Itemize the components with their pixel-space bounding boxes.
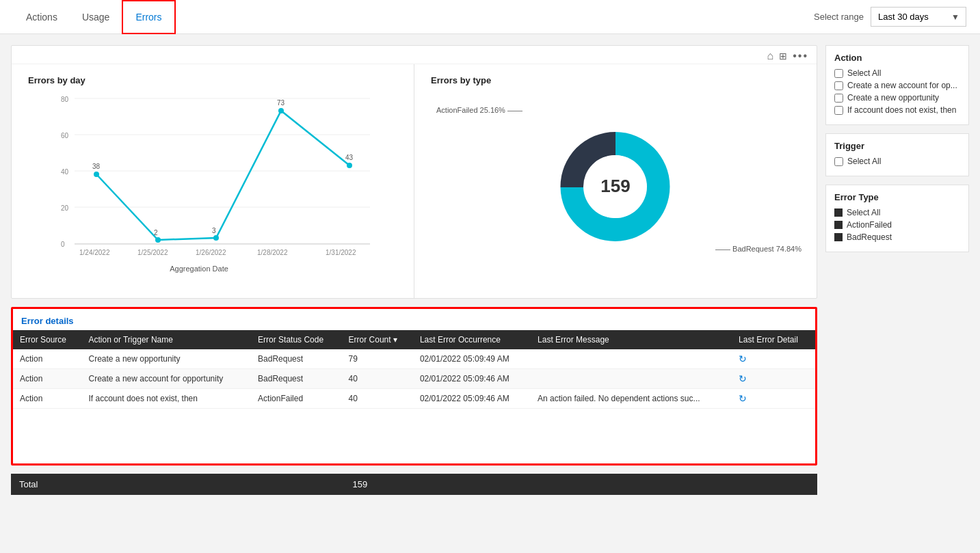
svg-text:1/25/2022: 1/25/2022	[137, 249, 168, 256]
cell-source: Action	[13, 369, 82, 389]
error-details-card: Error details Error Source Action or Tri…	[11, 307, 817, 466]
line-chart-area: 80 60 40 20 0	[20, 85, 406, 287]
svg-text:1/24/2022: 1/24/2022	[79, 249, 110, 256]
cell-count: 40	[342, 369, 413, 389]
main-area: ⌂ ⊞ ••• Errors by day 80 60 40 20	[0, 34, 980, 506]
cell-status: BadRequest	[251, 349, 342, 369]
trigger-select-all-checkbox[interactable]	[834, 157, 843, 166]
svg-text:40: 40	[61, 168, 69, 176]
content-area: ⌂ ⊞ ••• Errors by day 80 60 40 20	[11, 45, 817, 495]
col-status-code: Error Status Code	[251, 330, 342, 349]
svg-text:43: 43	[345, 154, 354, 161]
action-panel: Action Select All Create a new account f…	[825, 45, 969, 125]
error-type-title: Error Type	[834, 192, 960, 202]
cell-occurrence: 02/01/2022 05:09:46 AM	[413, 389, 531, 409]
svg-text:1/26/2022: 1/26/2022	[196, 249, 226, 256]
donut-chart-svg: 159	[540, 111, 691, 262]
cell-detail[interactable]: ↻	[732, 369, 815, 389]
action-panel-title: Action	[834, 53, 960, 63]
sidebar: Action Select All Create a new account f…	[825, 45, 969, 495]
cell-message	[531, 369, 732, 389]
action-if-account-label[interactable]: If account does not exist, then	[847, 105, 956, 115]
cell-name: Create a new opportunity	[82, 349, 252, 369]
error-details-title: Error details	[13, 309, 815, 330]
col-last-detail: Last Error Detail	[732, 330, 815, 349]
trigger-panel: Trigger Select All	[825, 133, 969, 176]
error-type-actionfailed: ActionFailed	[834, 220, 960, 230]
action-create-account-label[interactable]: Create a new account for op...	[847, 81, 957, 90]
cell-name: Create a new account for opportunity	[82, 369, 252, 389]
cell-occurrence: 02/01/2022 05:09:46 AM	[413, 369, 531, 389]
error-type-badrequest-label[interactable]: BadRequest	[847, 232, 892, 242]
cell-source: Action	[13, 349, 82, 369]
nav-usage[interactable]: Usage	[70, 0, 122, 34]
error-type-select-all-box	[834, 208, 843, 217]
cell-count: 79	[342, 349, 413, 369]
cell-detail[interactable]: ↻	[732, 389, 815, 409]
total-row: Total 159	[11, 474, 817, 495]
action-if-account-checkbox[interactable]	[834, 106, 843, 115]
action-select-all-checkbox[interactable]	[834, 69, 843, 78]
svg-text:Aggregation Date: Aggregation Date	[170, 265, 228, 273]
cell-detail[interactable]: ↻	[732, 349, 815, 369]
errors-by-type-title: Errors by type	[423, 70, 808, 85]
error-type-badrequest-box	[834, 233, 843, 241]
action-create-opportunity-checkbox[interactable]	[834, 94, 843, 103]
error-type-actionfailed-label[interactable]: ActionFailed	[847, 220, 892, 230]
svg-text:1/31/2022: 1/31/2022	[326, 249, 356, 256]
nav-actions[interactable]: Actions	[14, 0, 70, 34]
badrequest-legend: —— BadRequest 74.84%	[715, 245, 802, 253]
filter-icon[interactable]: ⌂	[767, 50, 774, 62]
action-create-opportunity-label[interactable]: Create a new opportunity	[847, 93, 939, 103]
line-chart-svg: 80 60 40 20 0	[28, 88, 397, 280]
svg-text:20: 20	[61, 204, 69, 212]
cell-message	[531, 349, 732, 369]
error-details-table: Error Source Action or Trigger Name Erro…	[13, 330, 815, 409]
col-action-trigger: Action or Trigger Name	[82, 330, 252, 349]
range-dropdown[interactable]: Last 30 days Last 7 days Last 24 hours C…	[871, 7, 966, 27]
svg-text:1/28/2022: 1/28/2022	[257, 249, 288, 256]
more-icon[interactable]: •••	[793, 50, 808, 62]
chart-toolbar: ⌂ ⊞ •••	[12, 46, 817, 64]
svg-text:159: 159	[600, 176, 630, 196]
cell-count: 40	[342, 389, 413, 409]
top-nav: Actions Usage Errors Select range Last 3…	[0, 0, 980, 34]
cell-status: ActionFailed	[251, 389, 342, 409]
cell-occurrence: 02/01/2022 05:09:49 AM	[413, 349, 531, 369]
svg-text:38: 38	[92, 163, 101, 170]
trigger-select-all-label[interactable]: Select All	[847, 157, 881, 166]
action-create-opportunity: Create a new opportunity	[834, 93, 960, 103]
error-type-select-all: Select All	[834, 208, 960, 217]
error-type-badrequest: BadRequest	[834, 232, 960, 242]
svg-text:80: 80	[61, 96, 69, 103]
cell-source: Action	[13, 389, 82, 409]
action-select-all-label[interactable]: Select All	[847, 68, 881, 78]
range-selector: Select range Last 30 days Last 7 days La…	[814, 7, 966, 27]
svg-point-12	[155, 237, 161, 243]
action-create-account-checkbox[interactable]	[834, 81, 843, 90]
svg-point-15	[347, 163, 352, 168]
nav-errors[interactable]: Errors	[122, 0, 175, 34]
trigger-select-all: Select All	[834, 157, 960, 166]
action-create-account: Create a new account for op...	[834, 81, 960, 90]
table-row: Action If account does not exist, then A…	[13, 389, 815, 409]
col-error-count[interactable]: Error Count ▾	[342, 330, 413, 349]
cell-name: If account does not exist, then	[82, 389, 252, 409]
action-if-account: If account does not exist, then	[834, 105, 960, 115]
expand-icon[interactable]: ⊞	[779, 51, 787, 62]
total-label: Total	[19, 479, 38, 489]
col-last-occurrence: Last Error Occurrence	[413, 330, 531, 349]
svg-text:73: 73	[277, 99, 285, 107]
svg-text:60: 60	[61, 132, 69, 139]
trigger-panel-title: Trigger	[834, 141, 960, 151]
error-type-actionfailed-box	[834, 221, 843, 229]
col-error-source: Error Source	[13, 330, 82, 349]
action-select-all: Select All	[834, 68, 960, 78]
svg-text:0: 0	[61, 241, 65, 248]
error-type-select-all-label[interactable]: Select All	[847, 208, 880, 217]
col-last-message: Last Error Message	[531, 330, 732, 349]
actionfailed-legend: ActionFailed 25.16% ——	[436, 106, 522, 114]
svg-text:2: 2	[154, 229, 158, 237]
cell-status: BadRequest	[251, 369, 342, 389]
total-value: 159	[352, 479, 367, 489]
